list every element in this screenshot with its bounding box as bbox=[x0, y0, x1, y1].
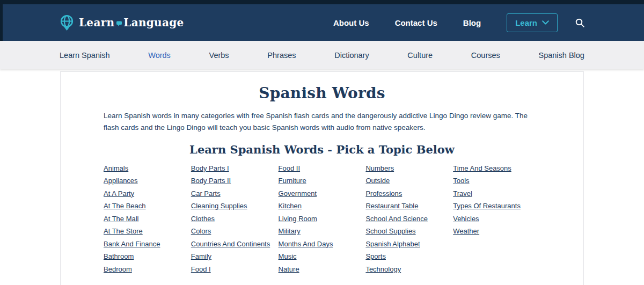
topic-link[interactable]: Furniture bbox=[279, 177, 306, 185]
topic-link[interactable]: Professions bbox=[365, 189, 402, 198]
section-nav-link[interactable]: Learn Spanish bbox=[60, 51, 110, 60]
topic-link[interactable]: Weather bbox=[453, 227, 479, 235]
topics-column-5: Time And SeasonsToolsTravelTypes Of Rest… bbox=[453, 164, 540, 273]
section-nav-link[interactable]: Culture bbox=[407, 51, 433, 60]
logo-text: Learn Language bbox=[79, 16, 184, 29]
topic-link[interactable]: Spanish Alphabet bbox=[365, 240, 420, 248]
topic-link[interactable]: Types Of Restaurants bbox=[453, 202, 521, 210]
site-header: Learn Language About UsContact UsBlog Le… bbox=[0, 4, 644, 41]
section-nav-link[interactable]: Phrases bbox=[267, 51, 296, 60]
topic-link[interactable]: Government bbox=[279, 189, 317, 198]
learn-dropdown-button[interactable]: Learn bbox=[507, 13, 558, 32]
topic-link[interactable]: Family bbox=[191, 252, 211, 260]
topic-link[interactable]: Colors bbox=[191, 227, 211, 235]
topic-link[interactable]: At A Party bbox=[104, 189, 134, 198]
search-button[interactable] bbox=[575, 18, 584, 27]
topics-column-3: Food IIFurnitureGovernmentKitchenLiving … bbox=[279, 164, 366, 273]
section-nav-link[interactable]: Dictionary bbox=[334, 51, 369, 60]
topic-link[interactable]: Animals bbox=[104, 164, 128, 172]
logo-text-secondary: Language bbox=[123, 16, 184, 29]
topic-link[interactable]: School Supplies bbox=[365, 227, 415, 235]
section-nav-link[interactable]: Courses bbox=[471, 51, 500, 60]
topic-link[interactable]: Nature bbox=[279, 265, 299, 273]
topic-link[interactable]: Outside bbox=[365, 177, 390, 185]
topic-link[interactable]: Time And Seasons bbox=[453, 164, 511, 172]
topic-link[interactable]: Food II bbox=[279, 164, 300, 172]
browser-top-strip bbox=[0, 0, 644, 4]
section-nav-link[interactable]: Words bbox=[148, 51, 171, 60]
topic-link[interactable]: Bedroom bbox=[104, 265, 132, 273]
logo-text-primary: Learn bbox=[79, 16, 114, 29]
search-icon bbox=[575, 18, 584, 27]
header-nav-link[interactable]: Blog bbox=[463, 18, 481, 27]
topic-link[interactable]: At The Store bbox=[104, 227, 143, 235]
section-nav-link[interactable]: Verbs bbox=[209, 51, 229, 60]
topic-link[interactable]: Tools bbox=[453, 177, 469, 185]
topic-link[interactable]: Body Parts I bbox=[191, 164, 229, 172]
section-nav: Learn SpanishWordsVerbsPhrasesDictionary… bbox=[0, 41, 644, 69]
header-nav-link[interactable]: Contact Us bbox=[395, 18, 437, 27]
topic-link[interactable]: Clothes bbox=[191, 215, 215, 223]
content-card: Spanish Words Learn Spanish words in man… bbox=[60, 71, 584, 285]
topic-link[interactable]: Bathroom bbox=[104, 252, 134, 260]
globe-pin-icon bbox=[60, 14, 74, 31]
topic-link[interactable]: Numbers bbox=[365, 164, 394, 172]
topic-link[interactable]: Sports bbox=[365, 252, 386, 260]
chevron-down-icon bbox=[542, 20, 549, 25]
topics-column-2: Body Parts IBody Parts IICar PartsCleani… bbox=[191, 164, 279, 273]
topics-column-1: AnimalsAppliancesAt A PartyAt The BeachA… bbox=[104, 164, 191, 273]
topic-link[interactable]: Food I bbox=[191, 265, 211, 273]
topic-link[interactable]: At The Mall bbox=[104, 215, 139, 223]
section-nav-link[interactable]: Spanish Blog bbox=[538, 51, 584, 60]
topic-link[interactable]: Military bbox=[279, 227, 301, 235]
topics-heading: Learn Spanish Words - Pick a Topic Below bbox=[61, 143, 583, 156]
speech-bubble-icon bbox=[116, 21, 122, 27]
topic-link[interactable]: Restaurant Table bbox=[365, 202, 418, 210]
topic-link[interactable]: Living Room bbox=[279, 215, 317, 223]
topics-grid: AnimalsAppliancesAt A PartyAt The BeachA… bbox=[104, 164, 540, 273]
topic-link[interactable]: Technology bbox=[365, 265, 401, 273]
topic-link[interactable]: Body Parts II bbox=[191, 177, 231, 185]
topic-link[interactable]: Countries And Continents bbox=[191, 240, 270, 248]
header-nav: About UsContact UsBlog bbox=[333, 18, 481, 27]
topic-link[interactable]: Music bbox=[279, 252, 297, 260]
topic-link[interactable]: Travel bbox=[453, 189, 472, 198]
intro-paragraph: Learn Spanish words in many categories w… bbox=[104, 110, 540, 134]
site-logo[interactable]: Learn Language bbox=[60, 14, 184, 31]
topic-link[interactable]: Cleaning Supplies bbox=[191, 202, 247, 210]
topic-link[interactable]: Months And Days bbox=[279, 240, 333, 248]
header-nav-link[interactable]: About Us bbox=[333, 18, 369, 27]
page-title: Spanish Words bbox=[61, 84, 583, 102]
learn-dropdown-label: Learn bbox=[515, 18, 537, 27]
topic-link[interactable]: Bank And Finance bbox=[104, 240, 160, 248]
topic-link[interactable]: Vehicles bbox=[453, 215, 479, 223]
topic-link[interactable]: Kitchen bbox=[279, 202, 302, 210]
topics-column-4: NumbersOutsideProfessionsRestaurant Tabl… bbox=[365, 164, 453, 273]
topic-link[interactable]: Appliances bbox=[104, 177, 138, 185]
topic-link[interactable]: At The Beach bbox=[104, 202, 146, 210]
topic-link[interactable]: Car Parts bbox=[191, 189, 221, 198]
topic-link[interactable]: School And Science bbox=[365, 215, 428, 223]
